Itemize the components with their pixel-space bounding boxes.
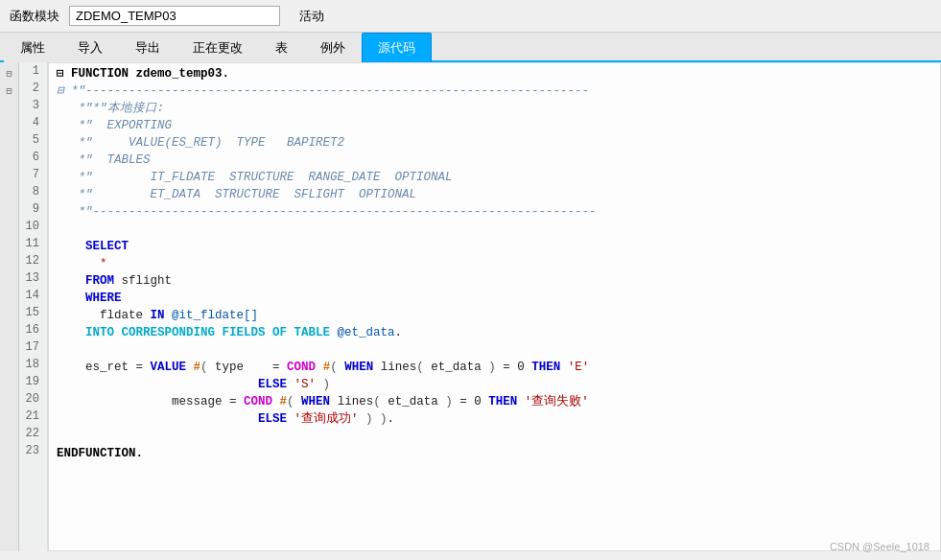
line-num-2: 2 bbox=[19, 80, 43, 97]
tab-source[interactable]: 源代码 bbox=[362, 33, 432, 62]
line-num-13: 13 bbox=[19, 269, 43, 287]
fold-gutter: ⊟ ⊟ bbox=[0, 62, 19, 551]
line-num-10: 10 bbox=[19, 218, 43, 235]
line-num-21: 21 bbox=[19, 408, 43, 425]
code-line-18: es_ret = VALUE #( type = COND #( WHEN li… bbox=[57, 359, 932, 376]
code-line-14: WHERE bbox=[57, 290, 932, 307]
code-line-7: *" IT_FLDATE STRUCTURE RANGE_DATE OPTION… bbox=[57, 169, 932, 186]
tab-properties[interactable]: 属性 bbox=[4, 33, 61, 62]
code-line-10 bbox=[57, 221, 932, 238]
code-line-16: INTO CORRESPONDING FIELDS OF TABLE @et_d… bbox=[57, 324, 932, 341]
code-line-1: ⊟ FUNCTION zdemo_temp03. bbox=[57, 65, 932, 82]
code-line-23: ENDFUNCTION. bbox=[57, 445, 932, 462]
tab-export[interactable]: 导出 bbox=[119, 33, 176, 62]
fold-marker-1[interactable]: ⊟ bbox=[6, 66, 12, 83]
line-num-12: 12 bbox=[19, 252, 43, 269]
line-num-3: 3 bbox=[19, 97, 43, 114]
line-num-16: 16 bbox=[19, 321, 43, 338]
line-num-11: 11 bbox=[19, 235, 43, 252]
code-line-21: ELSE '查询成功' ) ). bbox=[57, 410, 932, 428]
code-line-12: * bbox=[57, 255, 932, 272]
line-num-7: 7 bbox=[19, 166, 43, 183]
line-num-20: 20 bbox=[19, 390, 43, 408]
line-num-8: 8 bbox=[19, 183, 43, 200]
code-line-8: *" ET_DATA STRUCTURE SFLIGHT OPTIONAL bbox=[57, 186, 932, 203]
code-line-9: *"--------------------------------------… bbox=[57, 203, 932, 221]
line-num-1: 1 bbox=[19, 62, 43, 80]
tab-changing[interactable]: 正在更改 bbox=[176, 33, 259, 62]
tab-tables[interactable]: 表 bbox=[259, 33, 304, 62]
code-line-13: FROM sflight bbox=[57, 272, 932, 290]
code-editor[interactable]: ⊟ FUNCTION zdemo_temp03. ⊟ *"-----------… bbox=[48, 62, 941, 551]
line-num-19: 19 bbox=[19, 373, 43, 390]
tab-import[interactable]: 导入 bbox=[61, 33, 119, 62]
code-line-11: SELECT bbox=[57, 238, 932, 255]
code-line-4: *" EXPORTING bbox=[57, 117, 932, 134]
fold-marker-2[interactable]: ⊟ bbox=[6, 83, 12, 101]
code-line-5: *" VALUE(ES_RET) TYPE BAPIRET2 bbox=[57, 134, 932, 152]
module-label: 函数模块 bbox=[10, 8, 59, 25]
line-num-14: 14 bbox=[19, 287, 43, 304]
line-numbers: 1 2 3 4 5 6 7 8 9 10 11 12 13 14 15 16 1… bbox=[19, 62, 48, 551]
line-num-18: 18 bbox=[19, 356, 43, 373]
code-line-15: fldate IN @it_fldate[] bbox=[57, 307, 932, 324]
line-num-17: 17 bbox=[19, 338, 43, 356]
tab-bar: 属性 导入 导出 正在更改 表 例外 源代码 bbox=[0, 33, 941, 62]
watermark: CSDN @Seele_1018 bbox=[830, 541, 929, 552]
code-line-6: *" TABLES bbox=[57, 152, 932, 169]
line-num-4: 4 bbox=[19, 114, 43, 131]
line-num-6: 6 bbox=[19, 149, 43, 166]
editor-area: ⊟ ⊟ 1 2 3 4 5 6 7 8 9 10 11 12 13 14 15 … bbox=[0, 62, 941, 551]
top-bar: 函数模块 活动 bbox=[0, 0, 941, 33]
status-label: 活动 bbox=[299, 8, 324, 25]
line-num-23: 23 bbox=[19, 442, 43, 459]
line-num-22: 22 bbox=[19, 425, 43, 442]
code-line-20: message = COND #( WHEN lines( et_data ) … bbox=[57, 393, 932, 410]
code-line-22 bbox=[57, 428, 932, 445]
code-line-19: ELSE 'S' ) bbox=[57, 376, 932, 393]
line-num-15: 15 bbox=[19, 304, 43, 321]
code-line-3: *"*"本地接口: bbox=[57, 100, 932, 117]
code-line-17 bbox=[57, 341, 932, 359]
line-num-5: 5 bbox=[19, 131, 43, 149]
code-line-2: ⊟ *"------------------------------------… bbox=[57, 82, 932, 100]
module-name-input[interactable] bbox=[69, 6, 280, 26]
line-num-9: 9 bbox=[19, 200, 43, 218]
tab-exceptions[interactable]: 例外 bbox=[304, 33, 362, 62]
